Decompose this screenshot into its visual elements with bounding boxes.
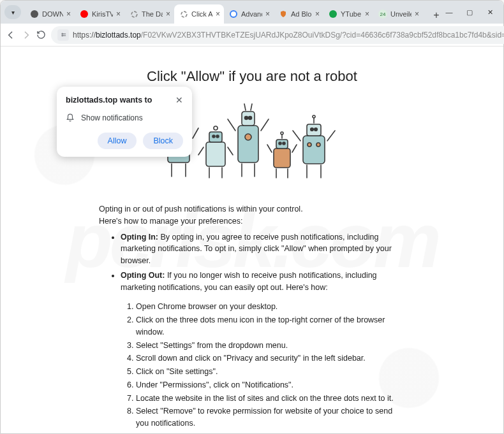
svg-line-32 (261, 119, 269, 131)
url-text: https://bizlottads.top/F02VKwV2XBX3THVTB… (73, 31, 504, 40)
svg-rect-16 (206, 142, 225, 166)
tab-label: DOWNL (42, 10, 63, 18)
svg-line-34 (251, 104, 252, 110)
instruction-step: Select "Settings" from the dropdown menu… (136, 340, 399, 352)
tab-favicon-icon: 24 (378, 10, 387, 18)
tab-close-button[interactable]: × (166, 10, 170, 18)
svg-rect-17 (209, 132, 222, 142)
svg-rect-36 (274, 148, 290, 168)
svg-line-53 (327, 131, 335, 141)
popup-title: bizlottads.top wants to (66, 96, 170, 105)
svg-line-52 (293, 131, 300, 141)
svg-rect-46 (303, 136, 325, 164)
tab-close-button[interactable]: × (66, 10, 71, 18)
back-button[interactable] (6, 27, 16, 43)
tab-label: Click All (191, 10, 212, 18)
tab-favicon-icon (229, 10, 238, 18)
svg-point-27 (245, 117, 248, 120)
tab-search-button[interactable]: ▾ (4, 5, 21, 19)
site-info-icon[interactable] (57, 29, 69, 41)
tab-label: Advanc (241, 10, 262, 18)
svg-point-38 (279, 142, 281, 145)
svg-point-49 (315, 128, 318, 131)
tab[interactable]: The Day× (124, 4, 174, 24)
instruction-step: Click on "Site settings". (136, 366, 399, 378)
minimize-button[interactable]: — (445, 8, 454, 17)
svg-point-55 (313, 115, 315, 118)
title-bar: ▾ DOWNL×KirisTV F×The Day×Click All×Adva… (1, 1, 503, 24)
tab-favicon-icon (30, 10, 39, 18)
instruction-step: Scroll down and click on "Privacy and se… (136, 352, 399, 365)
tab-favicon-icon (279, 10, 288, 18)
instruction-step: Open Chrome browser on your desktop. (136, 301, 399, 313)
new-tab-button[interactable]: + (428, 7, 445, 24)
svg-point-3 (61, 35, 63, 36)
svg-line-33 (244, 104, 246, 110)
svg-point-1 (181, 11, 187, 17)
tab-favicon-icon (179, 10, 188, 18)
bell-icon (66, 113, 75, 122)
svg-point-19 (216, 135, 219, 138)
tab[interactable]: 24Unveile× (373, 4, 423, 24)
allow-button[interactable]: Allow (98, 133, 137, 149)
page-heading: Click "Allow" if you are not a robot (67, 68, 437, 85)
browser-window: ▾ DOWNL×KirisTV F×The Day×Click All×Adva… (0, 0, 504, 434)
instruction-step: Under "Permissions", click on "Notificat… (136, 379, 399, 391)
page-content: pcrisk.com Click "Allow" if you are not … (1, 47, 503, 433)
svg-point-24 (214, 126, 218, 130)
tab[interactable]: KirisTV F× (75, 4, 124, 24)
tab[interactable]: YTube A× (323, 4, 373, 24)
tab-label: Unveile (390, 10, 411, 18)
svg-point-2 (61, 33, 63, 34)
popup-permission-label: Show notifications (81, 113, 143, 122)
svg-point-45 (281, 132, 283, 134)
block-button[interactable]: Block (143, 133, 183, 149)
svg-point-56 (308, 143, 311, 147)
forward-button[interactable] (21, 27, 31, 43)
maximize-button[interactable]: ▢ (465, 8, 474, 17)
tab-close-button[interactable]: × (365, 10, 369, 18)
tab-close-button[interactable]: × (265, 10, 270, 18)
tab-close-button[interactable]: × (216, 10, 220, 18)
svg-point-48 (311, 128, 314, 131)
reload-button[interactable] (36, 27, 46, 43)
tab-close-button[interactable]: × (116, 10, 121, 18)
notification-permission-popup: bizlottads.top wants to ✕ Show notificat… (57, 87, 192, 157)
tab-close-button[interactable]: × (415, 10, 419, 18)
svg-point-39 (283, 142, 285, 145)
instruction-step: Click on the three dots menu icon in the… (136, 314, 399, 338)
url-scheme: https:// (73, 31, 96, 40)
window-close-button[interactable]: ✕ (485, 8, 494, 17)
svg-rect-47 (307, 124, 321, 136)
svg-rect-37 (276, 140, 288, 148)
svg-line-23 (228, 147, 233, 155)
tab[interactable]: DOWNL× (25, 4, 75, 24)
url-host: bizlottads.top (96, 31, 141, 40)
tab-label: Ad Bloc (291, 10, 312, 18)
svg-line-43 (292, 145, 297, 152)
svg-point-28 (249, 117, 252, 120)
tab-favicon-icon (80, 10, 89, 18)
svg-point-0 (131, 11, 137, 17)
tab-strip: DOWNL×KirisTV F×The Day×Click All×Advanc… (25, 1, 428, 24)
tab[interactable]: Click All× (174, 4, 224, 24)
svg-line-31 (228, 119, 235, 131)
popup-close-button[interactable]: ✕ (175, 96, 183, 105)
svg-line-42 (267, 145, 272, 152)
svg-point-35 (245, 134, 251, 140)
tab-label: YTube A (341, 10, 362, 18)
tab-favicon-icon (329, 10, 337, 18)
svg-point-57 (316, 143, 320, 147)
tab-favicon-icon (130, 10, 138, 18)
url-field[interactable]: https://bizlottads.top/F02VKwV2XBX3THVTB… (51, 26, 504, 44)
tab-label: The Day (142, 10, 163, 18)
tab[interactable]: Advanc× (224, 4, 274, 24)
page-body-text: Opting in or out of push notifications i… (67, 203, 437, 430)
svg-point-18 (212, 135, 215, 138)
tab[interactable]: Ad Bloc× (274, 4, 323, 24)
tab-close-button[interactable]: × (315, 10, 320, 18)
address-bar: https://bizlottads.top/F02VKwV2XBX3THVTB… (1, 24, 503, 47)
svg-line-22 (198, 147, 204, 155)
svg-line-12 (193, 128, 198, 138)
window-controls: — ▢ ✕ (445, 8, 494, 17)
